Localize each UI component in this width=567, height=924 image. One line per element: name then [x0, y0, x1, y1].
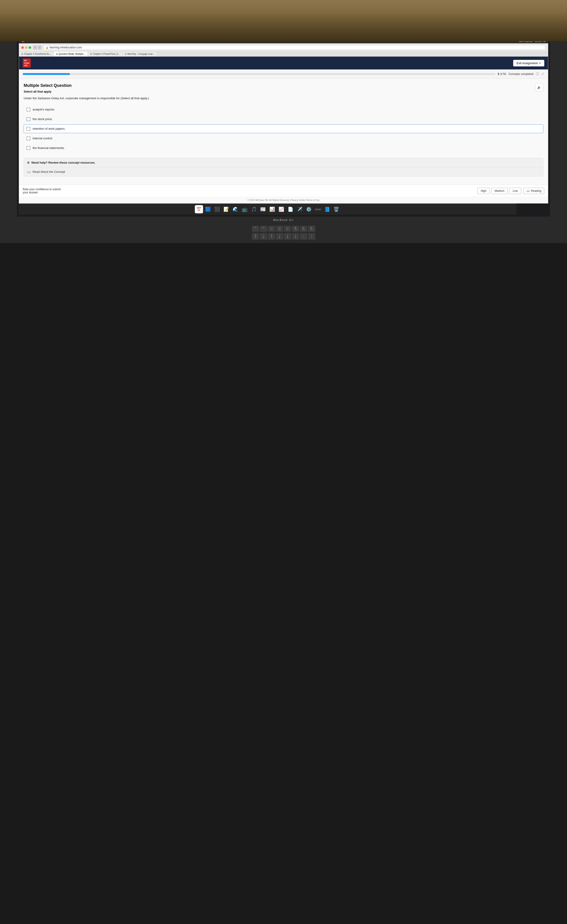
key-5[interactable]: %5	[252, 233, 259, 240]
key-equals[interactable]: +=	[308, 233, 315, 240]
f5-key[interactable]: F5	[252, 226, 259, 232]
dock-news[interactable]: 📰	[259, 205, 267, 213]
confidence-high-button[interactable]: High	[477, 188, 490, 194]
progress-info-icon[interactable]: ⓘ	[536, 72, 539, 76]
tab-question-mode[interactable]: ⊘ Question Mode: Multiple...	[54, 52, 88, 56]
tab-icon: ⊘	[21, 53, 23, 55]
dock-calendar-app[interactable]: SEP 23	[195, 205, 203, 213]
dock-keynote[interactable]: 📊	[268, 205, 276, 213]
fullscreen-window-button[interactable]	[28, 46, 31, 49]
confidence-footer: Rate your confidence to submit your answ…	[19, 185, 548, 197]
read-concept-link[interactable]: 📖 Read About the Concept	[24, 167, 543, 176]
dock-zoom[interactable]: zoom	[314, 205, 322, 213]
speaker-icon: 🔊	[537, 86, 541, 89]
mcgrawhill-logo: Mc Graw Hill	[23, 58, 31, 68]
forward-button[interactable]: ›	[38, 45, 42, 50]
secure-icon: 🔒	[46, 46, 48, 49]
app-header: Mc Graw Hill Exit Assignment ×	[19, 57, 548, 69]
dock: SEP 23 🟦 ⬛ 📝 🌊 📺 🎵 📰 📊 📈 📄 ✈️ ⚙️ zoom 📘 …	[19, 204, 516, 215]
tab-icon: ⊘	[124, 53, 126, 55]
checkbox-a[interactable]	[27, 108, 30, 111]
address-bar[interactable]: 🔒 learning.mheducation.com	[44, 45, 546, 50]
key-9[interactable]: (9	[284, 233, 291, 240]
copyright-bar: © 2024 McGraw Hill. All Rights Reserved.…	[19, 197, 548, 203]
dock-notes[interactable]: 📝	[222, 205, 231, 213]
screen-bezel: 🍎 Mon Sep 23 12:36 PM ‹ ›	[17, 37, 550, 217]
tab-mindtap[interactable]: ⊘ MindTap - Cengage Lear...	[122, 52, 157, 56]
book-icon: 📖	[27, 170, 31, 174]
choice-a[interactable]: analyst's reports.	[24, 105, 543, 114]
progress-bar-fill	[23, 73, 70, 75]
help-header[interactable]: ⊙ Need help? Review these concept resour…	[24, 158, 543, 167]
window-controls	[21, 46, 31, 49]
macbook-frame: 🍎 Mon Sep 23 12:36 PM ‹ ›	[0, 41, 567, 224]
keyboard: F5 F6 ◁◁F7 ▷∥F8 ▷▷F9 🔇F10 🔉F11 🔊F12 %5 ^…	[0, 224, 567, 243]
minimize-window-button[interactable]	[25, 46, 27, 49]
close-window-button[interactable]	[21, 46, 24, 49]
question-text: Under the Sarbanes-Oxley Act, corporate …	[24, 96, 533, 100]
question-instruction: Select all that apply	[24, 90, 533, 93]
question-type-header: Multiple Select Question	[24, 83, 533, 88]
f6-key[interactable]: F6	[260, 226, 267, 232]
confidence-low-button[interactable]: Low	[509, 188, 521, 194]
confidence-label: Rate your confidence to submit your answ…	[23, 188, 475, 194]
help-section: ⊙ Need help? Review these concept resour…	[24, 158, 543, 177]
main-content: Multiple Select Question Select all that…	[19, 79, 548, 185]
back-button[interactable]: ‹	[33, 45, 37, 50]
key-7[interactable]: &7	[268, 233, 275, 240]
choices-container: analyst's reports. the stock price. rete…	[24, 105, 543, 153]
progress-area: 5 of 50 Concepts completed ⓘ ✓	[19, 69, 548, 79]
macbook-label: MacBook Air	[272, 217, 296, 224]
background-photo	[0, 0, 567, 41]
reading-icon: 📖	[526, 189, 530, 192]
key-8[interactable]: *8	[276, 233, 283, 240]
tab-powerpoint[interactable]: ⊘ Chapter 4 PowerPoint_S...	[88, 52, 122, 56]
checkbox-e[interactable]	[27, 146, 30, 150]
dock-music[interactable]: 🎵	[250, 205, 258, 213]
keyboard-num-row: %5 ^6 &7 *8 (9 )0 _- +=	[2, 233, 566, 240]
checkbox-c[interactable]	[27, 127, 30, 130]
audio-button[interactable]: 🔊	[535, 83, 543, 92]
f8-key[interactable]: ▷∥F8	[276, 226, 283, 232]
chevron-icon: ⊙	[27, 161, 30, 164]
dock-word[interactable]: 📘	[323, 205, 332, 213]
progress-text: 5 of 50 Concepts completed	[498, 72, 534, 76]
progress-bar-container	[23, 73, 495, 75]
f7-key[interactable]: ◁◁F7	[268, 226, 275, 232]
f12-key[interactable]: 🔊F12	[308, 226, 315, 232]
tab-smartbook[interactable]: ⊘ Chapter 4 Smartbook As...	[19, 52, 53, 56]
choice-e[interactable]: the financial statements.	[24, 144, 543, 152]
checkbox-b[interactable]	[27, 117, 30, 121]
key-minus[interactable]: _-	[300, 233, 308, 240]
choice-d[interactable]: internal control.	[24, 134, 543, 143]
tab-icon: ⊘	[90, 53, 92, 55]
dock-testflight[interactable]: ✈️	[296, 205, 304, 213]
checkbox-d[interactable]	[27, 136, 30, 140]
nav-buttons: ‹ ›	[33, 45, 42, 50]
reading-button[interactable]: 📖 Reading	[524, 188, 544, 194]
choice-c[interactable]: retention of work papers.	[24, 124, 543, 133]
key-6[interactable]: ^6	[260, 233, 267, 240]
dock-pages[interactable]: 📄	[286, 205, 295, 213]
browser-window: ‹ › 🔒 learning.mheducation.com ⊘ Chapter…	[19, 44, 548, 204]
choice-b[interactable]: the stock price.	[24, 115, 543, 123]
dock-appletv[interactable]: 📺	[241, 205, 249, 213]
tab-icon: ⊘	[56, 53, 58, 55]
f10-key[interactable]: 🔇F10	[292, 226, 299, 232]
confidence-medium-button[interactable]: Medium	[491, 188, 508, 194]
dock-trash[interactable]: 🗑️	[332, 205, 340, 213]
browser-toolbar: ‹ › 🔒 learning.mheducation.com	[19, 44, 548, 52]
f9-key[interactable]: ▷▷F9	[284, 226, 291, 232]
keyboard-fn-row: F5 F6 ◁◁F7 ▷∥F8 ▷▷F9 🔇F10 🔉F11 🔊F12	[2, 226, 566, 232]
dock-launchpad[interactable]: ⬛	[213, 205, 221, 213]
dock-unknown[interactable]: 🌊	[231, 205, 240, 213]
key-0[interactable]: )0	[292, 233, 299, 240]
confidence-buttons: High Medium Low	[477, 188, 521, 194]
f11-key[interactable]: 🔉F11	[300, 226, 308, 232]
progress-check-icon: ✓	[542, 72, 544, 76]
exit-assignment-button[interactable]: Exit Assignment ×	[513, 60, 544, 66]
browser-tabs: ⊘ Chapter 4 Smartbook As... ⊘ Question M…	[19, 52, 548, 57]
dock-systemprefs[interactable]: ⚙️	[305, 205, 313, 213]
dock-numbers[interactable]: 📈	[277, 205, 286, 213]
dock-finder[interactable]: 🟦	[204, 205, 212, 213]
